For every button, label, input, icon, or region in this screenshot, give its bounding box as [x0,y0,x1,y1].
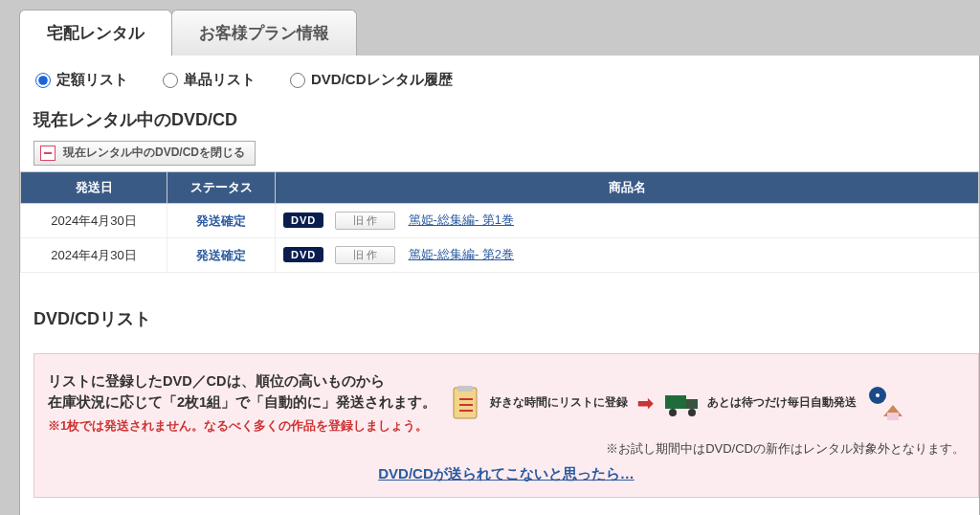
item-link[interactable]: 篤姫-総集編- 第1巻 [409,213,515,227]
col-head-item: 商品名 [276,172,979,204]
badge-age: 旧 作 [335,246,395,264]
badge-age: 旧 作 [335,212,395,230]
svg-point-7 [669,409,677,416]
section-title-list: DVD/CDリスト [20,303,979,340]
truck-icon [663,384,702,422]
radio-single-list-input[interactable] [163,73,178,88]
cell-item: DVD 旧 作 篤姫-総集編- 第1巻 [276,204,979,238]
svg-point-10 [876,393,880,397]
promo-warning: ※1枚では発送されません。なるべく多くの作品を登録しましょう。 [48,417,436,435]
promo-line1b: 在庫状況に応じて「2枚1組」で「自動的に」発送されます。 [48,394,436,410]
radio-flat-list-input[interactable] [35,73,51,88]
promo-note: ※お試し期間中はDVD/CDの新作はレンタル対象外となります。 [48,440,965,458]
cell-item: DVD 旧 作 篤姫-総集編- 第2巻 [276,238,979,273]
svg-point-8 [688,409,696,416]
cell-date: 2024年4月30日 [21,204,167,238]
tab-delivery-rental[interactable]: 宅配レンタル [19,10,172,56]
radio-single-list-label: 単品リスト [184,71,256,89]
radio-history[interactable]: DVD/CDレンタル履歴 [290,71,453,89]
radio-history-input[interactable] [290,73,305,88]
promo-step-2: あとは待つだけ毎日自動発送 [663,384,857,422]
badge-media: DVD [283,247,323,262]
cell-date: 2024年4月30日 [21,238,167,273]
cell-status: 発送確定 [167,238,276,273]
svg-rect-5 [665,395,686,409]
clipboard-icon [446,384,484,422]
section-title-now-renting: 現在レンタル中のDVD/CD [20,104,979,141]
arrow-icon: ➡ [637,392,654,414]
svg-rect-6 [686,399,698,409]
badge-media: DVD [283,213,323,228]
tab-customer-plan[interactable]: お客様プラン情報 [171,10,357,56]
promo-step-1-text: 好きな時間にリストに登録 [490,395,628,410]
radio-history-label: DVD/CDレンタル履歴 [311,71,453,89]
close-now-renting-button[interactable]: 現在レンタル中のDVD/CDを閉じる [33,141,256,166]
table-row: 2024年4月30日 発送確定 DVD 旧 作 篤姫-総集編- 第1巻 [21,204,979,238]
promo-line1a: リストに登録したDVD／CDは、順位の高いものから [48,373,385,389]
svg-rect-0 [454,388,477,418]
house-disc-icon [866,384,904,422]
minus-icon [40,146,56,161]
svg-rect-1 [457,386,473,392]
promo-step-1: 好きな時間にリストに登録 [446,384,628,422]
now-renting-table: 発送日 ステータス 商品名 2024年4月30日 発送確定 DVD 旧 作 篤姫… [20,171,979,273]
radio-single-list[interactable]: 単品リスト [163,71,256,89]
radio-flat-list[interactable]: 定額リスト [35,71,128,89]
item-link[interactable]: 篤姫-総集編- 第2巻 [409,247,515,261]
radio-flat-list-label: 定額リスト [56,71,128,89]
col-head-date: 発送日 [21,172,167,204]
promo-step-2-text: あとは待つだけ毎日自動発送 [707,395,857,410]
cell-status: 発送確定 [167,204,276,238]
col-head-status: ステータス [167,172,276,204]
promo-box: リストに登録したDVD／CDは、順位の高いものから 在庫状況に応じて「2枚1組」… [33,353,979,498]
table-row: 2024年4月30日 発送確定 DVD 旧 作 篤姫-総集編- 第2巻 [21,238,979,273]
close-now-renting-label: 現在レンタル中のDVD/CDを閉じる [63,145,245,161]
svg-rect-11 [887,413,899,420]
help-link[interactable]: DVD/CDが送られてこないと思ったら… [378,465,635,481]
